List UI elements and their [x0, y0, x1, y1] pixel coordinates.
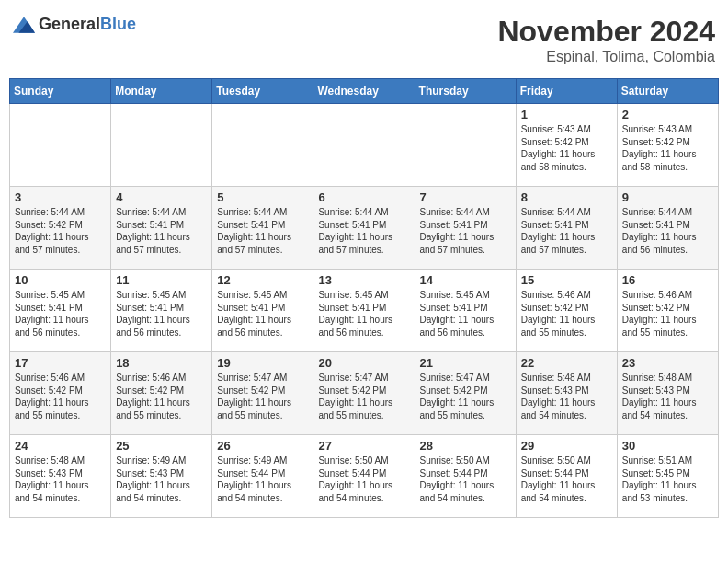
cell-info: Sunrise: 5:47 AMSunset: 5:42 PMDaylight:…: [318, 372, 409, 421]
weekday-header-cell: Thursday: [415, 79, 516, 104]
calendar-cell: 7Sunrise: 5:44 AMSunset: 5:41 PMDaylight…: [415, 187, 516, 270]
calendar-week-row: 10Sunrise: 5:45 AMSunset: 5:41 PMDayligh…: [10, 270, 719, 352]
cell-info: Sunrise: 5:45 AMSunset: 5:41 PMDaylight:…: [15, 289, 106, 339]
logo: GeneralBlue: [13, 15, 136, 34]
day-number: 22: [521, 356, 612, 370]
calendar-cell: 12Sunrise: 5:45 AMSunset: 5:41 PMDayligh…: [212, 270, 313, 352]
calendar-cell: 19Sunrise: 5:47 AMSunset: 5:42 PMDayligh…: [212, 352, 313, 435]
day-number: 3: [15, 190, 106, 204]
weekday-header-cell: Wednesday: [313, 79, 415, 104]
weekday-header-cell: Sunday: [10, 79, 111, 104]
calendar-cell: 6Sunrise: 5:44 AMSunset: 5:41 PMDaylight…: [313, 187, 415, 270]
calendar-cell: [10, 104, 111, 187]
calendar-cell: 10Sunrise: 5:45 AMSunset: 5:41 PMDayligh…: [10, 270, 111, 352]
day-number: 24: [15, 439, 106, 453]
cell-info: Sunrise: 5:47 AMSunset: 5:42 PMDaylight:…: [420, 372, 511, 421]
weekday-header-cell: Friday: [516, 79, 617, 104]
day-number: 30: [622, 439, 713, 453]
cell-info: Sunrise: 5:50 AMSunset: 5:44 PMDaylight:…: [521, 454, 612, 504]
day-number: 10: [15, 273, 106, 287]
day-number: 4: [116, 190, 207, 204]
cell-info: Sunrise: 5:44 AMSunset: 5:42 PMDaylight:…: [15, 206, 106, 256]
day-number: 14: [420, 273, 511, 287]
cell-info: Sunrise: 5:43 AMSunset: 5:42 PMDaylight:…: [622, 123, 713, 173]
calendar-cell: 1Sunrise: 5:43 AMSunset: 5:42 PMDaylight…: [516, 104, 617, 187]
day-number: 20: [318, 356, 409, 370]
calendar-cell: 15Sunrise: 5:46 AMSunset: 5:42 PMDayligh…: [516, 270, 617, 352]
cell-info: Sunrise: 5:50 AMSunset: 5:44 PMDaylight:…: [318, 454, 409, 504]
calendar-cell: [313, 104, 415, 187]
day-number: 15: [521, 273, 612, 287]
cell-info: Sunrise: 5:50 AMSunset: 5:44 PMDaylight:…: [420, 454, 511, 504]
cell-info: Sunrise: 5:44 AMSunset: 5:41 PMDaylight:…: [318, 206, 409, 256]
calendar-cell: 27Sunrise: 5:50 AMSunset: 5:44 PMDayligh…: [313, 435, 415, 518]
calendar-cell: 29Sunrise: 5:50 AMSunset: 5:44 PMDayligh…: [516, 435, 617, 518]
calendar-cell: 26Sunrise: 5:49 AMSunset: 5:44 PMDayligh…: [212, 435, 313, 518]
month-title: November 2024: [497, 15, 715, 49]
weekday-header-cell: Monday: [111, 79, 212, 104]
calendar-cell: 17Sunrise: 5:46 AMSunset: 5:42 PMDayligh…: [10, 352, 111, 435]
calendar-cell: 8Sunrise: 5:44 AMSunset: 5:41 PMDaylight…: [516, 187, 617, 270]
calendar-cell: 13Sunrise: 5:45 AMSunset: 5:41 PMDayligh…: [313, 270, 415, 352]
weekday-header-cell: Tuesday: [212, 79, 313, 104]
day-number: 23: [622, 356, 713, 370]
calendar-cell: 22Sunrise: 5:48 AMSunset: 5:43 PMDayligh…: [516, 352, 617, 435]
location-title: Espinal, Tolima, Colombia: [497, 49, 715, 65]
calendar-cell: 28Sunrise: 5:50 AMSunset: 5:44 PMDayligh…: [415, 435, 516, 518]
day-number: 29: [521, 439, 612, 453]
cell-info: Sunrise: 5:45 AMSunset: 5:41 PMDaylight:…: [217, 289, 308, 339]
day-number: 1: [521, 108, 612, 121]
cell-info: Sunrise: 5:44 AMSunset: 5:41 PMDaylight:…: [420, 206, 511, 256]
cell-info: Sunrise: 5:49 AMSunset: 5:44 PMDaylight:…: [217, 454, 308, 504]
calendar-cell: 9Sunrise: 5:44 AMSunset: 5:41 PMDaylight…: [617, 187, 718, 270]
logo-icon: [13, 17, 35, 33]
cell-info: Sunrise: 5:45 AMSunset: 5:41 PMDaylight:…: [318, 289, 409, 339]
title-area: November 2024 Espinal, Tolima, Colombia: [497, 15, 715, 65]
day-number: 16: [622, 273, 713, 287]
calendar-week-row: 1Sunrise: 5:43 AMSunset: 5:42 PMDaylight…: [10, 104, 719, 187]
day-number: 21: [420, 356, 511, 370]
day-number: 17: [15, 356, 106, 370]
weekday-header-cell: Saturday: [617, 79, 718, 104]
calendar-cell: 5Sunrise: 5:44 AMSunset: 5:41 PMDaylight…: [212, 187, 313, 270]
day-number: 7: [420, 190, 511, 204]
calendar-cell: 20Sunrise: 5:47 AMSunset: 5:42 PMDayligh…: [313, 352, 415, 435]
day-number: 26: [217, 439, 308, 453]
day-number: 5: [217, 190, 308, 204]
calendar-week-row: 17Sunrise: 5:46 AMSunset: 5:42 PMDayligh…: [10, 352, 719, 435]
calendar-table: SundayMondayTuesdayWednesdayThursdayFrid…: [9, 78, 719, 518]
calendar-cell: 2Sunrise: 5:43 AMSunset: 5:42 PMDaylight…: [617, 104, 718, 187]
cell-info: Sunrise: 5:44 AMSunset: 5:41 PMDaylight:…: [521, 206, 612, 256]
cell-info: Sunrise: 5:45 AMSunset: 5:41 PMDaylight:…: [116, 289, 207, 339]
calendar-cell: 23Sunrise: 5:48 AMSunset: 5:43 PMDayligh…: [617, 352, 718, 435]
logo-text-general: General: [39, 15, 100, 33]
day-number: 8: [521, 190, 612, 204]
cell-info: Sunrise: 5:46 AMSunset: 5:42 PMDaylight:…: [521, 289, 612, 339]
calendar-cell: 24Sunrise: 5:48 AMSunset: 5:43 PMDayligh…: [10, 435, 111, 518]
calendar-week-row: 24Sunrise: 5:48 AMSunset: 5:43 PMDayligh…: [10, 435, 719, 518]
calendar-cell: 3Sunrise: 5:44 AMSunset: 5:42 PMDaylight…: [10, 187, 111, 270]
calendar-cell: 4Sunrise: 5:44 AMSunset: 5:41 PMDaylight…: [111, 187, 212, 270]
day-number: 6: [318, 190, 409, 204]
header: GeneralBlue November 2024 Espinal, Tolim…: [9, 9, 719, 71]
cell-info: Sunrise: 5:48 AMSunset: 5:43 PMDaylight:…: [622, 372, 713, 421]
day-number: 28: [420, 439, 511, 453]
cell-info: Sunrise: 5:44 AMSunset: 5:41 PMDaylight:…: [116, 206, 207, 256]
cell-info: Sunrise: 5:44 AMSunset: 5:41 PMDaylight:…: [217, 206, 308, 256]
calendar-cell: 11Sunrise: 5:45 AMSunset: 5:41 PMDayligh…: [111, 270, 212, 352]
cell-info: Sunrise: 5:49 AMSunset: 5:43 PMDaylight:…: [116, 454, 207, 504]
calendar-cell: 14Sunrise: 5:45 AMSunset: 5:41 PMDayligh…: [415, 270, 516, 352]
calendar-cell: [111, 104, 212, 187]
cell-info: Sunrise: 5:48 AMSunset: 5:43 PMDaylight:…: [15, 454, 106, 504]
cell-info: Sunrise: 5:48 AMSunset: 5:43 PMDaylight:…: [521, 372, 612, 421]
logo-text-blue: Blue: [100, 15, 136, 33]
cell-info: Sunrise: 5:51 AMSunset: 5:45 PMDaylight:…: [622, 454, 713, 504]
calendar-week-row: 3Sunrise: 5:44 AMSunset: 5:42 PMDaylight…: [10, 187, 719, 270]
calendar-body: 1Sunrise: 5:43 AMSunset: 5:42 PMDaylight…: [10, 104, 719, 518]
calendar-cell: 25Sunrise: 5:49 AMSunset: 5:43 PMDayligh…: [111, 435, 212, 518]
day-number: 2: [622, 108, 713, 121]
day-number: 25: [116, 439, 207, 453]
calendar-cell: 16Sunrise: 5:46 AMSunset: 5:42 PMDayligh…: [617, 270, 718, 352]
cell-info: Sunrise: 5:46 AMSunset: 5:42 PMDaylight:…: [15, 372, 106, 421]
day-number: 19: [217, 356, 308, 370]
